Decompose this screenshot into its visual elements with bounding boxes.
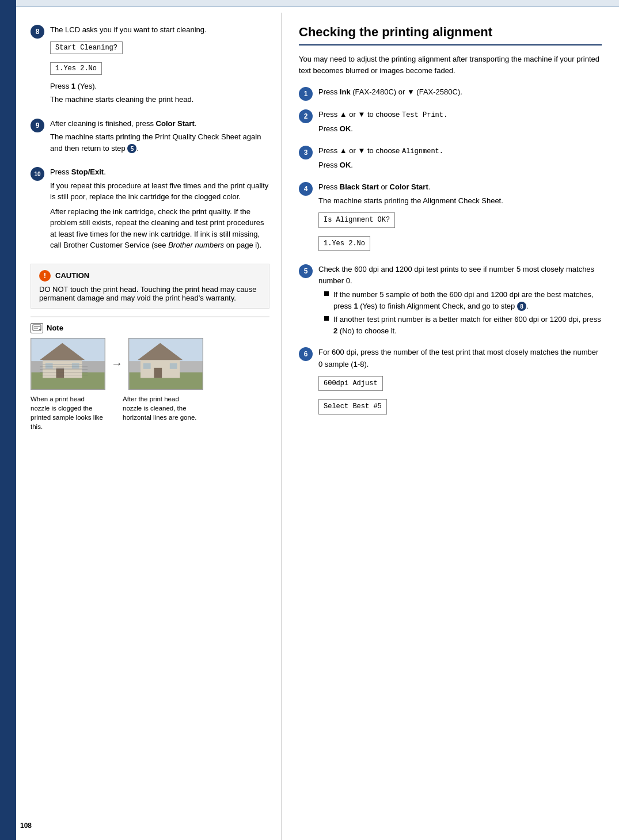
right-step-6-desc: For 600 dpi, press the number of the tes… (318, 347, 602, 370)
step-10-desc1: If you repeat this procedure at least fi… (50, 180, 269, 203)
right-step-2-content: Press ▲ or ▼ to choose Test Print. Press… (318, 109, 602, 137)
right-step-3-ok: Press OK. (318, 159, 602, 171)
step-8-block: 8 The LCD asks you if you want to start … (31, 24, 269, 108)
step-9-content: After cleaning is finished, press Color … (50, 118, 269, 157)
house-image-before (31, 338, 105, 390)
right-step-2-ok: Press OK. (318, 123, 602, 135)
right-step-6-circle: 6 (299, 347, 313, 361)
left-column: 8 The LCD asks you if you want to start … (16, 7, 281, 840)
svg-rect-17 (43, 367, 82, 368)
step-8-circle: 8 (31, 25, 44, 39)
bullet-1-text: If the number 5 sample of both the 600 d… (333, 289, 602, 311)
right-step-5-content: Check the 600 dpi and 1200 dpi test prin… (318, 264, 602, 339)
before-after-arrow: → (111, 357, 123, 370)
right-step-4-block: 4 Press Black Start or Color Start. The … (299, 181, 602, 256)
right-step-5-desc: Check the 600 dpi and 1200 dpi test prin… (318, 264, 602, 287)
right-step-4-circle: 4 (299, 182, 313, 196)
note-header: Note (31, 323, 269, 333)
svg-rect-15 (43, 360, 82, 361)
bullet-sq-1 (324, 291, 329, 296)
section-intro: You may need to adjust the printing alig… (299, 54, 602, 78)
caution-text: DO NOT touch the print head. Touching th… (39, 285, 261, 302)
right-step-6-block: 6 For 600 dpi, press the number of the t… (299, 347, 602, 419)
lcd-yes-no-1: 1.Yes 2.No (50, 62, 102, 75)
bullet-1: If the number 5 sample of both the 600 d… (324, 289, 602, 311)
caution-icon: ! (39, 270, 51, 282)
caution-title: CAUTION (55, 271, 89, 280)
page: 8 The LCD asks you if you want to start … (0, 0, 619, 840)
right-step-2-text: Press ▲ or ▼ to choose Test Print. (318, 109, 602, 121)
step-9-circle: 9 (31, 119, 44, 132)
right-step-1-content: Press Ink (FAX-2480C) or ▼ (FAX-2580C). (318, 86, 602, 100)
note-images: → (31, 338, 269, 390)
lcd-yes-no-2: 1.Yes 2.No (318, 236, 370, 252)
lcd-is-alignment: Is Alignment OK? (318, 212, 395, 228)
right-step-5-circle: 5 (299, 264, 313, 278)
right-step-3-text: Press ▲ or ▼ to choose Alignment. (318, 145, 602, 157)
step-10-content: Press Stop/Exit. If you repeat this proc… (50, 166, 269, 253)
right-step-2-circle: 2 (299, 109, 313, 123)
right-step-1-text: Press Ink (FAX-2480C) or ▼ (FAX-2580C). (318, 86, 602, 98)
right-step-3-content: Press ▲ or ▼ to choose Alignment. Press … (318, 145, 602, 173)
caution-box: ! CAUTION DO NOT touch the print head. T… (31, 264, 269, 309)
step-10-block: 10 Press Stop/Exit. If you repeat this p… (31, 166, 269, 253)
right-step-4-desc: The machine starts printing the Alignmen… (318, 195, 602, 207)
right-step-3-circle: 3 (299, 146, 313, 159)
step-9-text: After cleaning is finished, press Color … (50, 118, 269, 130)
svg-rect-23 (154, 367, 162, 378)
house-image-after (128, 338, 203, 390)
left-stripe (0, 0, 16, 840)
note-caption-right: After the print head nozzle is cleaned, … (123, 394, 198, 431)
note-caption-left: When a print head nozzle is clogged the … (31, 394, 105, 431)
svg-rect-25 (170, 363, 177, 369)
bullet-2: If another test print number is a better… (324, 314, 602, 336)
step-9-block: 9 After cleaning is finished, press Colo… (31, 118, 269, 157)
right-step-2-block: 2 Press ▲ or ▼ to choose Test Print. Pre… (299, 109, 602, 137)
section-divider (299, 44, 602, 45)
svg-rect-24 (143, 363, 151, 369)
step-9-desc: The machine starts printing the Print Qu… (50, 131, 269, 154)
caution-header: ! CAUTION (39, 270, 261, 282)
lcd-600dpi-adjust: 600dpi Adjust (318, 376, 383, 392)
lcd-select-best: Select Best #5 (318, 399, 387, 415)
note-title: Note (47, 324, 63, 332)
svg-rect-16 (43, 364, 82, 365)
right-step-3-block: 3 Press ▲ or ▼ to choose Alignment. Pres… (299, 145, 602, 173)
right-step-6-content: For 600 dpi, press the number of the tes… (318, 347, 602, 419)
right-step-1-circle: 1 (299, 87, 313, 101)
bullet-sq-2 (324, 316, 329, 321)
right-step-1-block: 1 Press Ink (FAX-2480C) or ▼ (FAX-2580C)… (299, 86, 602, 101)
right-step-5-block: 5 Check the 600 dpi and 1200 dpi test pr… (299, 264, 602, 339)
step-8-desc: The machine starts cleaning the print he… (50, 94, 269, 105)
note-captions: When a print head nozzle is clogged the … (31, 394, 269, 431)
lcd-start-cleaning: Start Cleaning? (50, 41, 123, 54)
step-8-press: Press 1 (Yes). (50, 81, 269, 92)
right-column: Checking the printing alignment You may … (282, 7, 619, 840)
top-bar (16, 0, 619, 7)
step-10-circle: 10 (31, 167, 44, 181)
right-step-4-text: Press Black Start or Color Start. (318, 181, 602, 193)
bullet-2-text: If another test print number is a better… (333, 314, 602, 336)
note-box: Note (31, 317, 269, 431)
bullet-list: If the number 5 sample of both the 600 d… (324, 289, 602, 336)
step-8-intro: The LCD asks you if you want to start cl… (50, 24, 269, 36)
note-icon (31, 323, 43, 333)
content-area: 8 The LCD asks you if you want to start … (16, 0, 619, 840)
step-10-desc2: After replacing the ink cartridge, check… (50, 206, 269, 251)
right-step-4-content: Press Black Start or Color Start. The ma… (318, 181, 602, 256)
page-number: 108 (20, 822, 32, 830)
step-8-content: The LCD asks you if you want to start cl… (50, 24, 269, 108)
step-10-text: Press Stop/Exit. (50, 166, 269, 178)
section-title: Checking the printing alignment (299, 24, 602, 41)
